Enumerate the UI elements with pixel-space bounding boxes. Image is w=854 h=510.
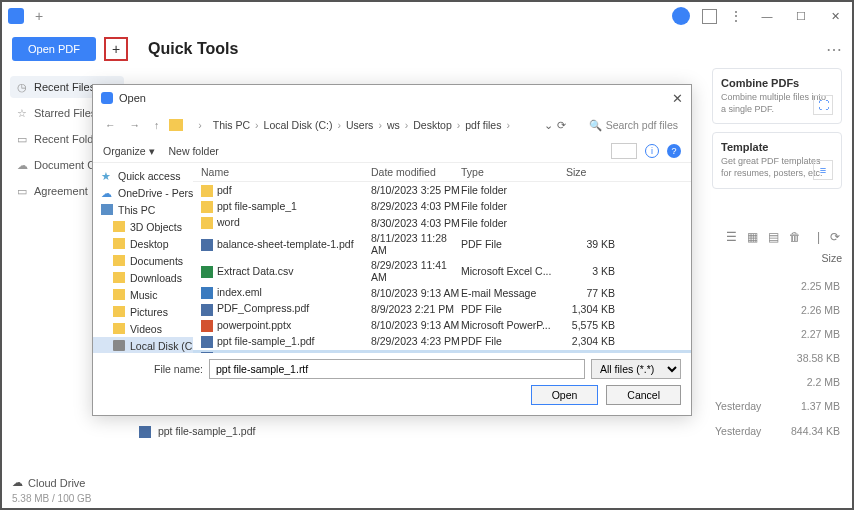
- nav-item[interactable]: Videos: [93, 320, 193, 337]
- folder-icon: [113, 306, 125, 317]
- window-close-button[interactable]: ✕: [824, 10, 846, 23]
- col-type[interactable]: Type: [461, 166, 566, 178]
- nav-back-button[interactable]: ←: [101, 119, 120, 131]
- file-row[interactable]: pdf8/10/2023 3:25 PMFile folder: [193, 182, 691, 198]
- dialog-path-bar: ← → ↑ › This PC›Local Disk (C:)›Users›ws…: [93, 111, 691, 139]
- pdf-icon: [201, 336, 213, 348]
- file-row[interactable]: PDF_Compress.pdf8/9/2023 2:21 PMPDF File…: [193, 301, 691, 317]
- refresh-icon[interactable]: ⟳: [830, 230, 840, 244]
- add-button[interactable]: +: [104, 37, 128, 61]
- list-view-icon[interactable]: ☰: [726, 230, 737, 244]
- filename-input[interactable]: [209, 359, 585, 379]
- chevron-right-icon: ›: [250, 119, 264, 131]
- breadcrumb-segment[interactable]: pdf files: [465, 119, 501, 131]
- nav-quick-access[interactable]: ★Quick access: [93, 167, 193, 184]
- open-button[interactable]: Open: [531, 385, 599, 405]
- nav-this-pc[interactable]: This PC: [93, 201, 193, 218]
- path-dropdown-icon[interactable]: ⌄: [544, 119, 553, 131]
- breadcrumb-segment[interactable]: Users: [346, 119, 373, 131]
- tile-view-icon[interactable]: ▤: [768, 230, 779, 244]
- file-row[interactable]: powerpoint.pptx8/10/2023 9:13 AMMicrosof…: [193, 317, 691, 333]
- sidebar-label: Recent Files: [34, 81, 95, 93]
- chevron-right-icon: ›: [452, 119, 466, 131]
- dialog-titlebar: Open ✕: [93, 85, 691, 111]
- eml-icon: [201, 287, 213, 299]
- file-row[interactable]: word8/30/2023 4:03 PMFile folder: [193, 214, 691, 230]
- file-row[interactable]: balance-sheet-template-1.pdf8/11/2023 11…: [193, 231, 691, 258]
- main-toolbar: Open PDF + Quick Tools ⋯: [2, 30, 852, 68]
- delete-icon[interactable]: 🗑: [789, 230, 801, 244]
- template-card[interactable]: Template Get great PDF templates for res…: [712, 132, 842, 188]
- dialog-app-icon: [101, 92, 113, 104]
- view-mode-button[interactable]: [611, 143, 637, 159]
- grid-view-icon[interactable]: ▦: [747, 230, 758, 244]
- preview-pane-button[interactable]: i: [645, 144, 659, 158]
- overflow-menu-icon[interactable]: ⋯: [826, 40, 842, 59]
- combine-pdfs-card[interactable]: Combine PDFs Combine multiple files into…: [712, 68, 842, 124]
- file-row[interactable]: ppt file-sample_18/29/2023 4:03 PMFile f…: [193, 198, 691, 214]
- cloud-drive-link[interactable]: ☁Cloud Drive: [12, 476, 842, 489]
- nav-onedrive[interactable]: ☁OneDrive - Person: [93, 184, 193, 201]
- file-list-header: Name Date modified Type Size: [193, 163, 691, 182]
- nav-item[interactable]: 3D Objects: [93, 218, 193, 235]
- new-folder-button[interactable]: New folder: [169, 145, 219, 157]
- recent-file-row[interactable]: ppt file-sample_1.pdfYesterday844.34 KB: [137, 419, 842, 444]
- dialog-toolbar: Organize ▾ New folder i ?: [93, 139, 691, 163]
- breadcrumb-segment[interactable]: Desktop: [413, 119, 452, 131]
- window-maximize-button[interactable]: ☐: [790, 10, 812, 23]
- dialog-footer: File name: All files (*.*) Open Cancel: [93, 353, 691, 415]
- file-type-filter[interactable]: All files (*.*): [591, 359, 681, 379]
- file-row[interactable]: Extract Data.csv8/29/2023 11:41 AMMicros…: [193, 258, 691, 285]
- notification-icon[interactable]: [702, 9, 717, 24]
- folder-icon: [113, 255, 125, 266]
- nav-forward-button[interactable]: →: [126, 119, 145, 131]
- breadcrumb-segment[interactable]: This PC: [213, 119, 250, 131]
- cancel-button[interactable]: Cancel: [606, 385, 681, 405]
- template-icon: ≡: [813, 160, 833, 180]
- card-title: Template: [721, 141, 833, 153]
- sidebar-label: Starred Files: [34, 107, 96, 119]
- page-title: Quick Tools: [148, 40, 238, 58]
- more-menu-icon[interactable]: ⋮: [729, 8, 744, 24]
- folder-icon: [113, 238, 125, 249]
- breadcrumb-segment[interactable]: ws: [387, 119, 400, 131]
- breadcrumb[interactable]: This PC›Local Disk (C:)›Users›ws›Desktop…: [213, 119, 532, 131]
- col-size[interactable]: Size: [566, 166, 621, 178]
- user-avatar-icon[interactable]: [672, 7, 690, 25]
- column-size-header[interactable]: Size: [822, 252, 842, 264]
- open-pdf-button[interactable]: Open PDF: [12, 37, 96, 61]
- pdf-icon: [201, 239, 213, 251]
- help-button[interactable]: ?: [667, 144, 681, 158]
- search-placeholder: Search pdf files: [606, 119, 678, 131]
- cloud-icon: ☁: [12, 476, 23, 489]
- ppt-icon: [201, 320, 213, 332]
- nav-item[interactable]: Documents: [93, 252, 193, 269]
- folder-icon: ▭: [16, 133, 28, 145]
- breadcrumb-segment[interactable]: Local Disk (C:): [264, 119, 333, 131]
- nav-item[interactable]: Music: [93, 286, 193, 303]
- file-row[interactable]: index.eml8/10/2023 9:13 AME-mail Message…: [193, 285, 691, 301]
- storage-usage: 5.38 MB / 100 GB: [12, 493, 842, 504]
- chevron-right-icon: ›: [373, 119, 387, 131]
- app-logo-icon: [8, 8, 24, 24]
- organize-menu[interactable]: Organize ▾: [103, 145, 155, 157]
- nav-item[interactable]: Local Disk (C:): [93, 337, 193, 353]
- new-tab-button[interactable]: +: [32, 9, 46, 23]
- pdf-icon: [201, 304, 213, 316]
- card-title: Combine PDFs: [721, 77, 833, 89]
- folder-icon: [113, 323, 125, 334]
- nav-item[interactable]: Downloads: [93, 269, 193, 286]
- disk-icon: [113, 340, 125, 351]
- window-minimize-button[interactable]: —: [756, 10, 778, 22]
- dialog-title: Open: [119, 92, 146, 104]
- nav-item[interactable]: Desktop: [93, 235, 193, 252]
- col-name[interactable]: Name: [201, 166, 371, 178]
- refresh-icon[interactable]: ⟳: [557, 119, 566, 131]
- search-input[interactable]: 🔍Search pdf files: [584, 116, 683, 135]
- dialog-close-button[interactable]: ✕: [672, 91, 683, 106]
- nav-up-button[interactable]: ↑: [150, 119, 163, 131]
- file-row[interactable]: ppt file-sample_1.pdf8/29/2023 4:23 PMPD…: [193, 333, 691, 349]
- nav-item[interactable]: Pictures: [93, 303, 193, 320]
- col-date[interactable]: Date modified: [371, 166, 461, 178]
- dialog-file-list: Name Date modified Type Size pdf8/10/202…: [193, 163, 691, 353]
